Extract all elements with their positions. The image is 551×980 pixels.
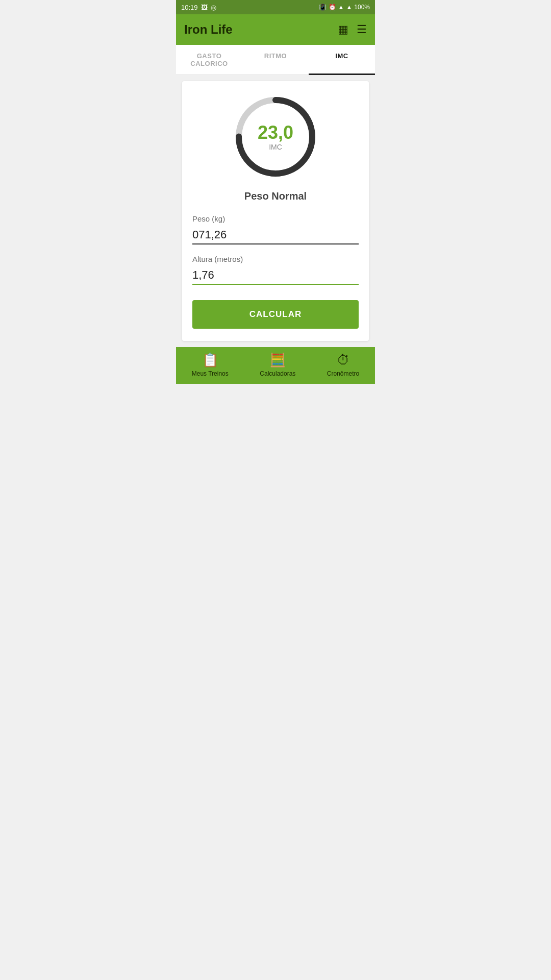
- imc-circle-wrapper: 23,0 IMC: [232, 93, 319, 180]
- peso-field-group: Peso (kg): [192, 214, 359, 244]
- tab-bar: GASTO CALORICO RITMO IMC: [176, 45, 375, 75]
- time-display: 10:19: [181, 4, 198, 11]
- imc-unit-label: IMC: [258, 143, 293, 151]
- cronometro-icon: ⏱: [337, 352, 350, 368]
- bottom-nav: 📋 Meus Treinos 🧮 Calculadoras ⏱ Cronômet…: [176, 347, 375, 384]
- photo-icon: 🖼: [201, 4, 208, 11]
- peso-label: Peso (kg): [192, 214, 359, 223]
- app-title: Iron Life: [184, 22, 233, 37]
- meus-treinos-label: Meus Treinos: [192, 370, 229, 377]
- app-bar: Iron Life ▦ ☰: [176, 14, 375, 45]
- status-indicators: 📳 ⏰ ▲ ▲ 100%: [319, 4, 370, 11]
- imc-card: 23,0 IMC Peso Normal Peso (kg) Altura (m…: [182, 81, 369, 341]
- imc-value: 23,0: [258, 122, 293, 143]
- main-content: 23,0 IMC Peso Normal Peso (kg) Altura (m…: [176, 75, 375, 347]
- status-bar: 10:19 🖼 ◎ 📳 ⏰ ▲ ▲ 100%: [176, 0, 375, 14]
- nav-meus-treinos[interactable]: 📋 Meus Treinos: [192, 352, 229, 377]
- altura-field-group: Altura (metros): [192, 255, 359, 285]
- signal-icon: ▲: [346, 4, 352, 11]
- chat-icon[interactable]: ▦: [338, 23, 348, 36]
- tab-gasto-calorico[interactable]: GASTO CALORICO: [176, 45, 242, 75]
- alarm-icon: ⏰: [329, 4, 336, 11]
- cronometro-label: Cronômetro: [327, 370, 359, 377]
- imc-status-label: Peso Normal: [192, 190, 359, 202]
- status-time: 10:19 🖼 ◎: [181, 4, 216, 11]
- calculadoras-label: Calculadoras: [260, 370, 295, 377]
- location-icon: ◎: [211, 4, 216, 11]
- battery-display: 100%: [354, 4, 370, 11]
- peso-input[interactable]: [192, 226, 359, 244]
- tab-imc[interactable]: IMC: [309, 45, 375, 75]
- calcular-button[interactable]: CALCULAR: [192, 300, 359, 329]
- tab-ritmo[interactable]: RITMO: [242, 45, 309, 75]
- vibrate-icon: 📳: [319, 4, 327, 11]
- nav-calculadoras[interactable]: 🧮 Calculadoras: [260, 352, 295, 377]
- altura-input[interactable]: [192, 266, 359, 285]
- app-bar-actions: ▦ ☰: [338, 23, 367, 36]
- imc-circle-container: 23,0 IMC: [192, 93, 359, 180]
- meus-treinos-icon: 📋: [202, 352, 218, 368]
- menu-icon[interactable]: ☰: [357, 23, 367, 36]
- nav-cronometro[interactable]: ⏱ Cronômetro: [327, 352, 359, 377]
- imc-center-text: 23,0 IMC: [258, 122, 293, 151]
- calculadoras-icon: 🧮: [269, 352, 286, 368]
- altura-label: Altura (metros): [192, 255, 359, 263]
- wifi-icon: ▲: [338, 4, 344, 11]
